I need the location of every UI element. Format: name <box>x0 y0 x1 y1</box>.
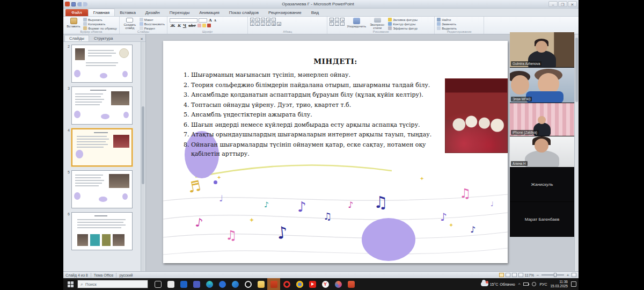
find-button[interactable]: Найти <box>437 18 457 21</box>
new-slide-button[interactable]: Создать слайд <box>122 18 138 30</box>
undo-icon[interactable] <box>77 2 82 6</box>
font-color-icon[interactable] <box>207 24 211 27</box>
participant-tile[interactable]: Элая МП43 <box>510 68 574 103</box>
slideshow-view-button[interactable] <box>518 273 523 277</box>
panel-close-icon[interactable]: ✕ <box>138 37 145 41</box>
participant-tile[interactable]: Gulmira Azhenova <box>510 32 574 68</box>
slide-thumbnail-2[interactable] <box>71 45 133 83</box>
tab-view[interactable]: Вид <box>306 9 324 16</box>
zoom-slider[interactable] <box>541 274 564 276</box>
underline-button[interactable]: Ч <box>182 23 187 28</box>
slide-photo-ensemble[interactable] <box>445 78 508 153</box>
slide-thumbnail-4-selected[interactable] <box>71 128 133 166</box>
shape-rectangle-icon[interactable]: ▭ <box>330 18 334 21</box>
cut-button[interactable]: Вырезать <box>83 18 117 21</box>
tab-slides-thumbnails[interactable]: Слайды <box>64 35 89 41</box>
tab-insert[interactable]: Вставка <box>115 9 141 16</box>
network-icon[interactable] <box>532 282 536 286</box>
paste-button[interactable]: Вставить <box>65 18 82 30</box>
select-button[interactable]: Выделить <box>437 26 457 30</box>
strikethrough-button[interactable]: abc <box>188 23 196 28</box>
hidden-icons-chevron[interactable]: ^ <box>518 282 521 287</box>
align-right-icon[interactable]: ≡ <box>261 22 265 26</box>
replace-button[interactable]: Заменить <box>437 22 457 26</box>
text-shadow-icon[interactable] <box>197 24 201 27</box>
action-center-icon[interactable] <box>571 281 576 287</box>
swoosh-app-icon[interactable] <box>229 278 241 290</box>
participant-tile[interactable]: Марат Багенбаев <box>510 202 574 237</box>
highlight-icon[interactable] <box>202 24 206 27</box>
save-icon[interactable] <box>71 2 76 6</box>
grid-app-icon[interactable] <box>190 278 203 290</box>
format-painter-button[interactable]: Формат по образцу <box>83 26 117 30</box>
maximize-button[interactable]: ❐ <box>558 1 567 7</box>
grow-font-icon[interactable]: A <box>208 18 212 23</box>
blue-l-app-icon[interactable] <box>177 278 190 290</box>
slide-thumbnail-3[interactable] <box>71 86 133 125</box>
yandex-browser-icon[interactable]: Y <box>319 278 332 290</box>
tab-review[interactable]: Рецензирование <box>264 9 306 16</box>
tab-outline[interactable]: Структура <box>90 35 118 41</box>
shape-fill-button[interactable]: Заливка фигуры <box>388 18 418 21</box>
zoom-out-icon[interactable]: − <box>536 273 540 278</box>
bold-button[interactable]: Ж <box>170 23 175 28</box>
tab-file[interactable]: Файл <box>65 9 88 16</box>
taskbar-search-box[interactable]: ⌕ Поиск <box>77 280 148 288</box>
panel-scrollbar[interactable] <box>141 42 145 271</box>
participant-tile[interactable]: Жанискуль <box>510 168 574 202</box>
columns-icon[interactable]: ▥ <box>272 22 276 26</box>
zoom-in-icon[interactable]: + <box>566 273 570 278</box>
store-app-icon[interactable] <box>164 278 177 290</box>
blue-app-icon[interactable] <box>216 278 229 290</box>
align-left-icon[interactable]: ≡ <box>250 22 254 26</box>
copy-button[interactable]: Копировать <box>83 22 117 26</box>
shape-star-icon[interactable]: ☆ <box>340 22 345 26</box>
participant-tile[interactable]: Алина Н <box>510 136 574 168</box>
section-button[interactable]: Раздел <box>140 26 165 30</box>
tab-transitions[interactable]: Переходы <box>165 9 195 16</box>
weather-widget[interactable]: 15°C Облачно <box>481 282 515 286</box>
battery-icon[interactable] <box>523 282 529 286</box>
shape-outline-button[interactable]: Контур фигуры <box>388 22 418 26</box>
reset-button[interactable]: Восстановить <box>140 22 165 26</box>
proofing-language[interactable]: русский <box>119 273 133 277</box>
shape-arrow-icon[interactable]: ↘ <box>340 18 345 21</box>
start-button[interactable] <box>63 278 77 290</box>
bullets-icon[interactable]: ≡ <box>250 18 254 21</box>
slide-title[interactable]: МІНДЕТІ: <box>163 57 508 66</box>
font-size-box[interactable] <box>199 18 207 23</box>
align-center-icon[interactable]: ≡ <box>255 22 260 26</box>
edge-browser-icon[interactable] <box>203 278 216 290</box>
shape-triangle-icon[interactable]: △ <box>335 22 339 26</box>
language-indicator[interactable]: РУС <box>539 282 547 286</box>
redo-icon[interactable] <box>83 2 87 6</box>
reading-view-button[interactable] <box>512 273 517 277</box>
shape-effects-button[interactable]: Эффекты фигур <box>388 26 418 30</box>
youtube-app-icon[interactable] <box>306 278 319 290</box>
taskbar-clock[interactable]: 11:36 15.03.2025 <box>550 280 568 288</box>
tab-design[interactable]: Дизайн <box>141 9 165 16</box>
powerpoint-taskbar-active[interactable] <box>267 278 280 290</box>
text-direction-icon[interactable]: ⇄ <box>277 22 281 26</box>
tab-slideshow[interactable]: Показ слайдов <box>224 9 264 16</box>
font-name-box[interactable] <box>170 18 197 23</box>
justify-icon[interactable]: ≡ <box>266 22 270 26</box>
vertical-scrollbar[interactable] <box>574 34 579 271</box>
photos-app-icon[interactable] <box>332 278 345 290</box>
tab-animations[interactable]: Анимация <box>194 9 224 16</box>
numbering-icon[interactable]: ⒈ <box>255 18 260 21</box>
zoom-percentage[interactable]: 117% <box>525 273 534 277</box>
red-app-icon[interactable] <box>345 278 357 290</box>
shape-line-icon[interactable]: ╲ <box>330 22 334 26</box>
indent-increase-icon[interactable]: ⇥ <box>266 18 270 21</box>
layout-button[interactable]: Макет <box>140 18 165 21</box>
task-view-button[interactable] <box>151 278 164 290</box>
minimize-button[interactable]: – <box>548 1 558 7</box>
normal-view-button[interactable] <box>499 273 504 277</box>
opera-browser-icon[interactable] <box>280 278 293 290</box>
close-button[interactable]: ✕ <box>568 1 577 7</box>
file-explorer-icon[interactable] <box>254 278 267 290</box>
shape-ellipse-icon[interactable]: ○ <box>335 18 339 21</box>
line-spacing-icon[interactable]: ↕ <box>272 18 276 21</box>
quick-styles-button[interactable]: Экспресс-стили <box>368 18 386 30</box>
